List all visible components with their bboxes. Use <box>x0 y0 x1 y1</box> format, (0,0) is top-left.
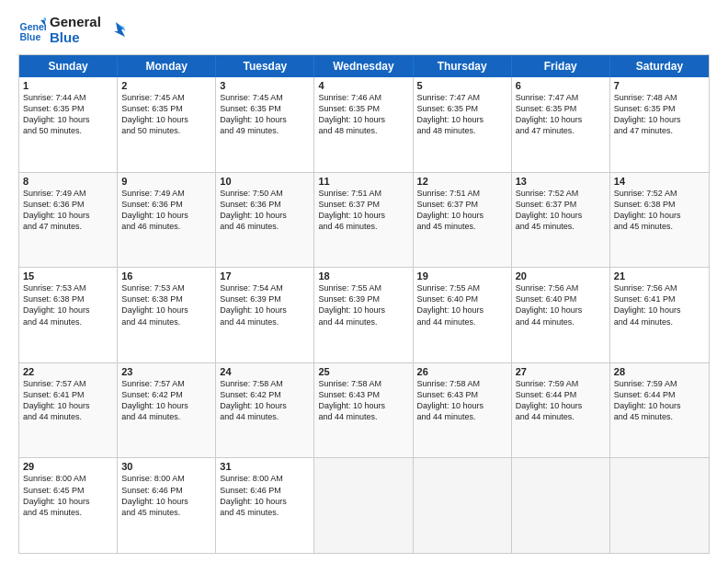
day-info: Sunrise: 7:48 AMSunset: 6:35 PMDaylight:… <box>614 92 705 137</box>
day-number: 17 <box>220 270 310 282</box>
day-info: Sunrise: 7:56 AMSunset: 6:40 PMDaylight:… <box>516 282 606 327</box>
weekday-header-wednesday: Wednesday <box>314 55 413 77</box>
day-info: Sunrise: 7:51 AMSunset: 6:37 PMDaylight:… <box>318 188 408 233</box>
day-number: 13 <box>516 176 606 187</box>
day-cell-25: 25Sunrise: 7:58 AMSunset: 6:43 PMDayligh… <box>314 363 413 458</box>
day-number: 29 <box>23 461 113 472</box>
day-number: 7 <box>614 80 705 91</box>
weekday-header-sunday: Sunday <box>19 55 118 77</box>
day-info: Sunrise: 7:52 AMSunset: 6:37 PMDaylight:… <box>516 188 606 233</box>
day-info: Sunrise: 7:56 AMSunset: 6:41 PMDaylight:… <box>614 282 705 327</box>
weekday-header-friday: Friday <box>512 55 610 77</box>
day-info: Sunrise: 7:45 AMSunset: 6:35 PMDaylight:… <box>220 92 310 137</box>
day-cell-17: 17Sunrise: 7:54 AMSunset: 6:39 PMDayligh… <box>216 268 314 362</box>
day-cell-10: 10Sunrise: 7:50 AMSunset: 6:36 PMDayligh… <box>216 173 314 268</box>
day-info: Sunrise: 7:59 AMSunset: 6:44 PMDaylight:… <box>614 378 705 423</box>
day-info: Sunrise: 7:49 AMSunset: 6:36 PMDaylight:… <box>121 188 211 233</box>
day-info: Sunrise: 7:46 AMSunset: 6:35 PMDaylight:… <box>318 92 408 137</box>
day-cell-5: 5Sunrise: 7:47 AMSunset: 6:35 PMDaylight… <box>414 77 512 172</box>
day-info: Sunrise: 7:59 AMSunset: 6:44 PMDaylight:… <box>516 378 606 423</box>
day-info: Sunrise: 7:55 AMSunset: 6:39 PMDaylight:… <box>318 282 408 327</box>
day-number: 18 <box>318 270 408 282</box>
day-cell-15: 15Sunrise: 7:53 AMSunset: 6:38 PMDayligh… <box>19 268 118 362</box>
day-info: Sunrise: 8:00 AMSunset: 6:46 PMDaylight:… <box>121 473 211 518</box>
svg-text:Blue: Blue <box>20 30 41 41</box>
day-cell-23: 23Sunrise: 7:57 AMSunset: 6:42 PMDayligh… <box>118 363 216 458</box>
day-info: Sunrise: 7:52 AMSunset: 6:38 PMDaylight:… <box>614 188 705 233</box>
day-number: 6 <box>516 80 606 91</box>
day-number: 16 <box>121 270 211 282</box>
day-number: 1 <box>23 80 113 91</box>
empty-cell <box>610 458 709 553</box>
day-cell-29: 29Sunrise: 8:00 AMSunset: 6:45 PMDayligh… <box>19 458 118 553</box>
day-number: 23 <box>121 366 211 377</box>
day-cell-14: 14Sunrise: 7:52 AMSunset: 6:38 PMDayligh… <box>610 173 709 268</box>
day-number: 21 <box>614 270 705 282</box>
day-info: Sunrise: 8:00 AMSunset: 6:46 PMDaylight:… <box>220 473 310 518</box>
day-cell-13: 13Sunrise: 7:52 AMSunset: 6:37 PMDayligh… <box>512 173 610 268</box>
empty-cell <box>314 458 413 553</box>
day-info: Sunrise: 7:55 AMSunset: 6:40 PMDaylight:… <box>417 282 507 327</box>
logo-line2: Blue <box>50 30 101 46</box>
day-number: 2 <box>121 80 211 91</box>
day-cell-30: 30Sunrise: 8:00 AMSunset: 6:46 PMDayligh… <box>118 458 216 553</box>
day-cell-16: 16Sunrise: 7:53 AMSunset: 6:38 PMDayligh… <box>118 268 216 362</box>
day-cell-3: 3Sunrise: 7:45 AMSunset: 6:35 PMDaylight… <box>216 77 314 172</box>
day-info: Sunrise: 7:54 AMSunset: 6:39 PMDaylight:… <box>220 282 310 327</box>
day-number: 30 <box>121 461 211 472</box>
day-number: 5 <box>417 80 507 91</box>
day-number: 25 <box>318 366 408 377</box>
day-info: Sunrise: 7:44 AMSunset: 6:35 PMDaylight:… <box>23 92 113 137</box>
day-number: 28 <box>614 366 705 377</box>
day-number: 24 <box>220 366 310 377</box>
day-info: Sunrise: 7:49 AMSunset: 6:36 PMDaylight:… <box>23 188 113 233</box>
day-cell-27: 27Sunrise: 7:59 AMSunset: 6:44 PMDayligh… <box>512 363 610 458</box>
day-cell-19: 19Sunrise: 7:55 AMSunset: 6:40 PMDayligh… <box>414 268 512 362</box>
header: General Blue General Blue <box>18 15 710 45</box>
day-info: Sunrise: 7:57 AMSunset: 6:42 PMDaylight:… <box>121 378 211 423</box>
empty-cell <box>512 458 610 553</box>
weekday-header-monday: Monday <box>118 55 216 77</box>
calendar-header: SundayMondayTuesdayWednesdayThursdayFrid… <box>19 55 709 77</box>
day-cell-8: 8Sunrise: 7:49 AMSunset: 6:36 PMDaylight… <box>19 173 118 268</box>
day-cell-24: 24Sunrise: 7:58 AMSunset: 6:42 PMDayligh… <box>216 363 314 458</box>
logo-line1: General <box>50 15 101 30</box>
calendar-row-2: 8Sunrise: 7:49 AMSunset: 6:36 PMDaylight… <box>19 173 709 269</box>
day-number: 11 <box>318 176 408 187</box>
day-info: Sunrise: 7:51 AMSunset: 6:37 PMDaylight:… <box>417 188 507 233</box>
day-number: 31 <box>220 461 310 472</box>
day-number: 10 <box>220 176 310 187</box>
day-info: Sunrise: 7:47 AMSunset: 6:35 PMDaylight:… <box>516 92 606 137</box>
day-number: 12 <box>417 176 507 187</box>
day-cell-18: 18Sunrise: 7:55 AMSunset: 6:39 PMDayligh… <box>314 268 413 362</box>
day-info: Sunrise: 7:50 AMSunset: 6:36 PMDaylight:… <box>220 188 310 233</box>
day-number: 20 <box>516 270 606 282</box>
calendar-body: 1Sunrise: 7:44 AMSunset: 6:35 PMDaylight… <box>19 77 709 553</box>
day-cell-11: 11Sunrise: 7:51 AMSunset: 6:37 PMDayligh… <box>314 173 413 268</box>
day-cell-4: 4Sunrise: 7:46 AMSunset: 6:35 PMDaylight… <box>314 77 413 172</box>
logo: General Blue General Blue <box>18 15 125 45</box>
day-info: Sunrise: 8:00 AMSunset: 6:45 PMDaylight:… <box>23 473 113 518</box>
day-number: 8 <box>23 176 113 187</box>
day-cell-12: 12Sunrise: 7:51 AMSunset: 6:37 PMDayligh… <box>414 173 512 268</box>
calendar-row-3: 15Sunrise: 7:53 AMSunset: 6:38 PMDayligh… <box>19 268 709 363</box>
day-info: Sunrise: 7:53 AMSunset: 6:38 PMDaylight:… <box>23 282 113 327</box>
day-number: 9 <box>121 176 211 187</box>
day-info: Sunrise: 7:58 AMSunset: 6:42 PMDaylight:… <box>220 378 310 423</box>
empty-cell <box>414 458 512 553</box>
logo-bird-icon <box>105 20 125 40</box>
day-cell-31: 31Sunrise: 8:00 AMSunset: 6:46 PMDayligh… <box>216 458 314 553</box>
day-cell-20: 20Sunrise: 7:56 AMSunset: 6:40 PMDayligh… <box>512 268 610 362</box>
calendar-row-4: 22Sunrise: 7:57 AMSunset: 6:41 PMDayligh… <box>19 363 709 459</box>
calendar: SundayMondayTuesdayWednesdayThursdayFrid… <box>18 54 710 554</box>
weekday-header-thursday: Thursday <box>414 55 512 77</box>
day-cell-1: 1Sunrise: 7:44 AMSunset: 6:35 PMDaylight… <box>19 77 118 172</box>
day-number: 26 <box>417 366 507 377</box>
calendar-row-5: 29Sunrise: 8:00 AMSunset: 6:45 PMDayligh… <box>19 458 709 553</box>
day-cell-9: 9Sunrise: 7:49 AMSunset: 6:36 PMDaylight… <box>118 173 216 268</box>
day-number: 3 <box>220 80 310 91</box>
day-number: 19 <box>417 270 507 282</box>
day-info: Sunrise: 7:47 AMSunset: 6:35 PMDaylight:… <box>417 92 507 137</box>
day-cell-26: 26Sunrise: 7:58 AMSunset: 6:43 PMDayligh… <box>414 363 512 458</box>
day-info: Sunrise: 7:45 AMSunset: 6:35 PMDaylight:… <box>121 92 211 137</box>
